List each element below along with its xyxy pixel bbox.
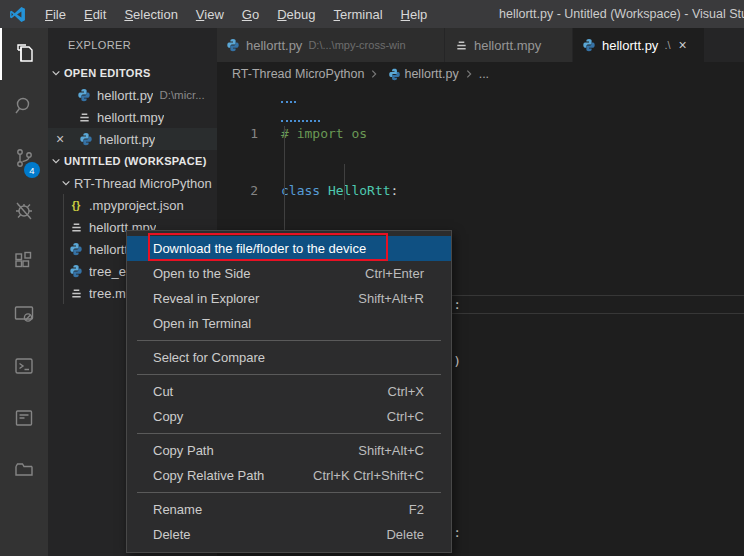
- menu-selection[interactable]: Selection: [115, 4, 186, 25]
- python-icon: [225, 37, 241, 53]
- mpy-file-icon: [453, 37, 469, 53]
- context-menu: Download the file/floder to the device O…: [126, 230, 452, 553]
- breadcrumb-file[interactable]: hellortt.py: [404, 67, 458, 81]
- chevron-down-icon: [58, 175, 74, 191]
- python-icon: [76, 87, 92, 103]
- menu-item-copy-relative-path[interactable]: Copy Relative Path Ctrl+K Ctrl+Shift+C: [127, 463, 451, 488]
- explorer-icon[interactable]: [0, 28, 48, 80]
- output-document-icon[interactable]: [0, 392, 48, 444]
- python-icon: [78, 131, 94, 147]
- menu-help[interactable]: Help: [392, 4, 437, 25]
- json-icon: {}: [68, 197, 84, 213]
- source-control-badge: 4: [24, 162, 40, 178]
- indent-guide: [344, 164, 345, 200]
- menu-separator: [137, 492, 441, 493]
- tab-bar: hellortt.py D:\...\mpy-cross-win hellort…: [217, 28, 744, 62]
- mpy-file-icon: [76, 109, 92, 125]
- extensions-icon[interactable]: [0, 236, 48, 288]
- mpy-file-icon: [68, 219, 84, 235]
- chevron-right-icon: [369, 69, 379, 79]
- folder-row-rt-thread[interactable]: RT-Thread MicroPython: [48, 172, 217, 194]
- menu-go[interactable]: Go: [233, 4, 268, 25]
- breadcrumb-symbol[interactable]: ...: [479, 67, 489, 81]
- menu-item-copy[interactable]: Copy Ctrl+C: [127, 404, 451, 429]
- menu-terminal[interactable]: Terminal: [324, 4, 391, 25]
- menu-item-download-to-device[interactable]: Download the file/floder to the device: [127, 236, 451, 261]
- terminal-icon[interactable]: [0, 340, 48, 392]
- device-monitor-icon[interactable]: [0, 288, 48, 340]
- python-icon: [581, 37, 597, 53]
- window-title: hellortt.py - Untitled (Workspace) - Vis…: [499, 0, 744, 28]
- chevron-down-icon: [48, 65, 64, 81]
- open-editor-item[interactable]: hellortt.py D:\micr...: [48, 84, 217, 106]
- tab-hellortt-py-active[interactable]: hellortt.py .\ ×: [573, 28, 705, 62]
- file-row[interactable]: {} .mpyproject.json: [48, 194, 217, 216]
- python-icon: [68, 241, 84, 257]
- close-icon[interactable]: ×: [679, 37, 687, 53]
- menu-item-rename[interactable]: Rename F2: [127, 497, 451, 522]
- python-icon: [386, 66, 402, 82]
- open-editor-item-active[interactable]: × hellortt.py: [48, 128, 217, 150]
- menu-item-copy-path[interactable]: Copy Path Shift+Alt+C: [127, 438, 451, 463]
- sidebar-title: EXPLORER: [48, 28, 217, 62]
- chevron-right-icon: [464, 69, 474, 79]
- title-bar: File Edit Selection View Go Debug Termin…: [0, 0, 744, 28]
- folder-icon[interactable]: [0, 444, 48, 496]
- indent-guide: [284, 126, 285, 238]
- menu-item-delete[interactable]: Delete Delete: [127, 522, 451, 547]
- tab-hellortt-mpy[interactable]: hellortt.mpy: [445, 28, 573, 62]
- menu-debug[interactable]: Debug: [268, 4, 324, 25]
- breadcrumb: RT-Thread MicroPython hellortt.py ...: [217, 62, 744, 86]
- open-editor-item[interactable]: hellortt.mpy: [48, 106, 217, 128]
- search-icon[interactable]: [0, 80, 48, 132]
- activity-bar: 4: [0, 28, 48, 556]
- workspace-header[interactable]: UNTITLED (WORKSPACE): [48, 150, 217, 172]
- warning-squiggle: [281, 100, 296, 103]
- menu-edit[interactable]: Edit: [75, 4, 115, 25]
- mpy-file-icon: [68, 285, 84, 301]
- vscode-logo-icon: [9, 6, 26, 23]
- python-icon: [68, 263, 84, 279]
- open-editors-header[interactable]: OPEN EDITORS: [48, 62, 217, 84]
- menu-item-cut[interactable]: Cut Ctrl+X: [127, 379, 451, 404]
- tab-hellortt-py-mpy-cross[interactable]: hellortt.py D:\...\mpy-cross-win: [217, 28, 445, 62]
- menu-item-open-in-terminal[interactable]: Open in Terminal: [127, 311, 451, 336]
- warning-squiggle: [281, 119, 320, 122]
- chevron-down-icon: [48, 153, 64, 169]
- close-icon[interactable]: ×: [52, 131, 68, 147]
- menu-item-reveal-in-explorer[interactable]: Reveal in Explorer Shift+Alt+R: [127, 286, 451, 311]
- menu-separator: [137, 433, 441, 434]
- menu-separator: [137, 374, 441, 375]
- debug-icon[interactable]: [0, 184, 48, 236]
- menu-separator: [137, 340, 441, 341]
- menu-item-open-to-side[interactable]: Open to the Side Ctrl+Enter: [127, 261, 451, 286]
- menu-file[interactable]: File: [36, 4, 75, 25]
- source-control-icon[interactable]: 4: [0, 132, 48, 184]
- menu-item-select-for-compare[interactable]: Select for Compare: [127, 345, 451, 370]
- menu-view[interactable]: View: [187, 4, 233, 25]
- breadcrumb-folder[interactable]: RT-Thread MicroPython: [232, 67, 364, 81]
